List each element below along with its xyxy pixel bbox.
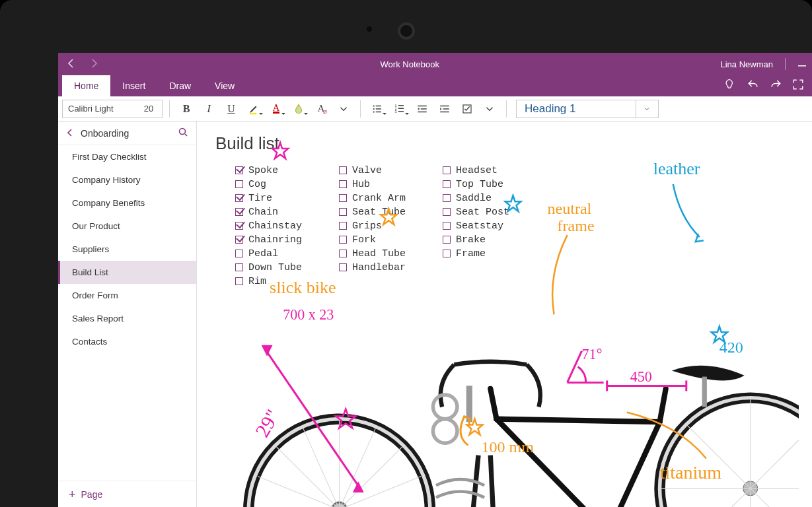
checkbox-icon[interactable] [235,236,243,244]
checkbox-icon[interactable] [339,263,347,271]
todo-tag-button[interactable] [457,99,477,119]
svg-rect-14 [418,105,427,106]
checklist-item[interactable]: Headset [443,164,509,177]
tab-home[interactable]: Home [62,75,110,96]
checklist-item[interactable]: Down Tube [235,261,302,274]
checkbox-icon[interactable] [339,166,347,174]
checkbox-icon[interactable] [443,236,451,244]
divider [785,58,786,70]
checklist-item[interactable]: Chainring [235,233,302,246]
indent-button[interactable] [435,99,455,119]
checklist-item[interactable]: Brake [443,233,509,246]
checkbox-icon[interactable] [235,194,243,202]
checklist-item[interactable]: Crank Arm [339,191,406,205]
checklist-item[interactable]: Grips [339,219,406,232]
bullets-button[interactable] [367,99,387,119]
checklist-item[interactable]: Frame [443,247,509,260]
back-arrow-icon[interactable] [66,58,77,71]
checklist-item[interactable]: Seat Tube [339,205,406,219]
highlight-button[interactable] [244,99,264,119]
checklist-item[interactable]: Seat Post [443,205,509,219]
checkbox-icon[interactable] [235,208,243,216]
underline-button[interactable]: U [221,99,241,119]
checkbox-icon[interactable] [235,166,243,174]
outdent-button[interactable] [412,99,432,119]
chevron-down-icon[interactable] [636,100,658,118]
tab-view[interactable]: View [203,75,246,96]
checkbox-icon[interactable] [443,180,451,188]
checkbox-icon[interactable] [443,222,451,230]
page-item[interactable]: Order Form [58,284,196,307]
checklist-item[interactable]: Rim [235,275,302,288]
tab-insert[interactable]: Insert [110,75,157,96]
more-para-button[interactable] [480,99,499,119]
checklist-label: Rim [248,276,266,287]
checklist-item[interactable]: Hub [339,178,406,191]
checklist-item[interactable]: Valve [339,164,406,177]
checklist-item[interactable]: Spoke [235,164,302,177]
font-name-input[interactable] [63,100,135,118]
checkbox-icon[interactable] [339,194,347,202]
notebook-title[interactable]: Work Notebook [99,59,721,69]
style-selector[interactable]: Heading 1 [516,100,659,118]
checklist-item[interactable]: Handlebar [339,261,406,274]
checklist-item[interactable]: Chain [235,205,302,219]
minimize-icon[interactable] [797,59,807,70]
font-color-button[interactable]: A [266,99,286,119]
checkbox-icon[interactable] [339,180,347,188]
fullscreen-icon[interactable] [792,79,804,92]
checklist-item[interactable]: Pedal [235,247,302,260]
checkbox-icon[interactable] [443,194,451,202]
checklist-item[interactable]: Saddle [443,191,509,205]
checkbox-icon[interactable] [443,208,451,216]
numbering-button[interactable]: 123 [390,99,410,119]
checkbox-icon[interactable] [235,277,243,285]
section-back-icon[interactable] [66,128,74,139]
checkbox-icon[interactable] [235,222,243,230]
section-name[interactable]: Onboarding [81,128,171,139]
checklist-item[interactable]: Fork [339,233,406,246]
checklist-item[interactable]: Seatstay [443,219,509,232]
checklist-label: Chain [248,207,278,218]
page-item[interactable]: Company History [58,168,196,191]
forward-arrow-icon[interactable] [89,58,99,71]
checkbox-icon[interactable] [235,263,243,271]
more-font-button[interactable] [334,99,353,119]
search-icon[interactable] [178,127,188,139]
tab-draw[interactable]: Draw [157,75,203,96]
redo-icon[interactable] [770,79,782,92]
checkbox-icon[interactable] [339,208,347,216]
user-name[interactable]: Lina Newman [721,59,774,69]
clear-formatting-button[interactable]: A⌀ [311,99,331,119]
font-selector[interactable] [62,100,163,118]
page-item[interactable]: First Day Checklist [58,145,196,168]
checklist-item[interactable]: Tire [235,191,302,205]
tell-me-icon[interactable] [725,79,737,92]
ink-color-button[interactable] [289,99,309,119]
page-item[interactable]: Sales Report [58,307,196,330]
undo-icon[interactable] [747,79,759,92]
checkbox-icon[interactable] [443,250,451,257]
page-item[interactable]: Contacts [58,330,196,353]
checkbox-icon[interactable] [339,236,347,244]
page-item[interactable]: Company Benefits [58,191,196,215]
checklist-item[interactable]: Head Tube [339,247,406,260]
checklist-item[interactable]: Cog [235,178,302,191]
checkbox-icon[interactable] [339,250,347,257]
checklist-item[interactable]: Top Tube [443,178,509,191]
add-page-button[interactable]: + Page [58,481,196,507]
page-item[interactable]: Our Product [58,215,196,238]
page-item[interactable]: Suppliers [58,238,196,261]
page-item[interactable]: Build List [58,261,196,284]
checkbox-icon[interactable] [235,250,243,257]
bold-button[interactable]: B [176,99,196,119]
checkbox-icon[interactable] [443,166,451,174]
checkbox-icon[interactable] [235,180,243,188]
checklist-item[interactable]: Chainstay [235,219,302,232]
svg-rect-18 [443,108,449,110]
note-canvas[interactable]: Build list SpokeCogTireChainChainstayCha… [197,121,812,507]
page-title[interactable]: Build list [215,133,279,154]
font-size-input[interactable] [135,100,162,118]
italic-button[interactable]: I [199,99,219,119]
checkbox-icon[interactable] [339,222,347,230]
